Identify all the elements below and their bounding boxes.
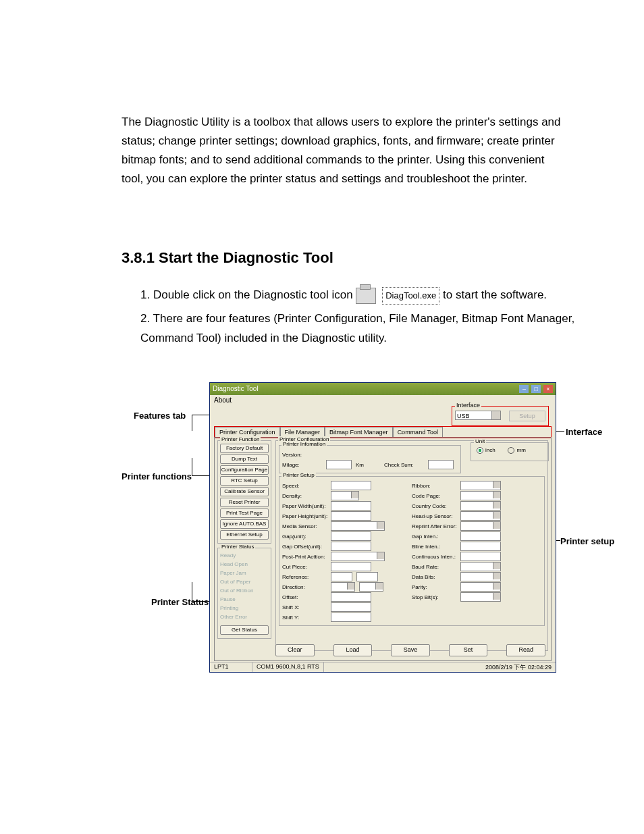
factory-default-button[interactable]: Factory Default xyxy=(220,444,269,453)
direction-select1[interactable] xyxy=(331,582,355,592)
diagram: Features tab Printer functions Printer S… xyxy=(122,382,621,679)
reprint-after-error-label: Reprint After Error: xyxy=(412,523,460,529)
baud-rate-select[interactable] xyxy=(460,562,501,571)
printer-information-group: Printer Infomation Version: Milage: Km C… xyxy=(279,445,461,473)
shift-x-field[interactable] xyxy=(331,602,371,612)
media-sensor-label: Media Sensor: xyxy=(282,523,331,529)
density-label: Density: xyxy=(282,493,331,499)
paper-width-field[interactable] xyxy=(331,501,371,511)
status-out-of-ribbon: Out of Ribbon xyxy=(220,586,269,595)
stop-bits-select[interactable] xyxy=(460,592,501,602)
interface-select[interactable]: USB xyxy=(455,411,501,420)
print-test-page-button[interactable]: Print Test Page xyxy=(220,509,269,518)
ignore-autobas-button[interactable]: Ignore AUTO.BAS xyxy=(220,519,269,529)
parity-label: Parity: xyxy=(412,584,460,590)
milage-label: Milage: xyxy=(282,462,326,468)
ethernet-setup-button[interactable]: Ethernet Setup xyxy=(220,530,269,540)
status-bar: LPT1 COM1 9600,N,8,1 RTS 2008/2/19 下午 02… xyxy=(210,662,556,672)
speed-label: Speed: xyxy=(282,483,331,489)
checksum-field[interactable] xyxy=(428,460,454,469)
printer-function-group: Printer Function Factory Default Dump Te… xyxy=(217,440,271,544)
printer-setup-group: Printer Setup Speed: Density: Paper Widt… xyxy=(279,476,545,626)
gap-offset-field[interactable] xyxy=(331,542,371,551)
bline-inten-field[interactable] xyxy=(460,542,501,551)
gap-offset-label: Gap Offset(unit): xyxy=(282,544,331,550)
density-select[interactable] xyxy=(331,491,359,500)
gap-field[interactable] xyxy=(331,531,371,541)
window-title: Diagnostic Tool xyxy=(213,385,259,392)
setup-left-column: Speed: Density: Paper Width(unit): Paper… xyxy=(282,481,412,623)
save-button[interactable]: Save xyxy=(391,644,430,656)
ribbon-label: Ribbon: xyxy=(412,483,460,489)
milage-field[interactable] xyxy=(326,460,352,469)
stop-bits-label: Stop Bit(s): xyxy=(412,594,460,600)
direction-select2[interactable] xyxy=(359,582,383,592)
tab-bitmap-font-manager[interactable]: Bitmap Font Manager xyxy=(325,427,393,438)
get-status-button[interactable]: Get Status xyxy=(220,625,269,635)
step-1: 1. Double click on the Diagnostic tool i… xyxy=(140,286,603,305)
interface-group: Interface USB Setup xyxy=(452,406,549,426)
country-code-select[interactable] xyxy=(460,501,501,511)
media-sensor-select[interactable] xyxy=(331,521,385,531)
read-button[interactable]: Read xyxy=(506,644,545,656)
paper-height-label: Paper Height(unit): xyxy=(282,513,331,519)
interface-setup-button[interactable]: Setup xyxy=(509,411,545,421)
status-out-of-paper: Out of Paper xyxy=(220,577,269,586)
callout-printer-status: Printer Status xyxy=(151,597,209,607)
reference-field2[interactable] xyxy=(356,572,378,581)
parity-select[interactable] xyxy=(460,582,501,592)
data-bits-label: Data Bits: xyxy=(412,574,460,580)
callout-printer-setup: Printer setup xyxy=(560,536,614,546)
tab-content: Printer Function Factory Default Dump Te… xyxy=(214,437,552,661)
status-other-error: Other Error xyxy=(220,613,269,621)
printer-information-legend: Printer Infomation xyxy=(281,441,327,447)
section-heading: 3.8.1 Start the Diagnostic Tool xyxy=(122,249,603,267)
continuous-inten-field[interactable] xyxy=(460,552,501,561)
status-printing: Printing xyxy=(220,604,269,613)
ribbon-select[interactable] xyxy=(460,481,501,490)
gap-label: Gap(unit): xyxy=(282,533,331,540)
data-bits-select[interactable] xyxy=(460,572,501,581)
reference-field1[interactable] xyxy=(331,572,352,581)
offset-label: Offset: xyxy=(282,594,331,600)
code-page-select[interactable] xyxy=(460,491,501,500)
printer-configuration-group: Printer Configuration Printer Infomation… xyxy=(275,440,548,651)
title-bar: Diagnostic Tool – □ × xyxy=(210,383,556,395)
unit-inch-radio[interactable]: inch xyxy=(477,447,495,454)
head-up-sensor-select[interactable] xyxy=(460,511,501,521)
rtc-setup-button[interactable]: RTC Setup xyxy=(220,476,269,486)
shift-y-field[interactable] xyxy=(331,613,371,622)
cut-piece-field[interactable] xyxy=(331,562,371,571)
paper-height-field[interactable] xyxy=(331,511,371,521)
shift-y-label: Shift Y: xyxy=(282,615,331,621)
load-button[interactable]: Load xyxy=(333,644,373,656)
interface-legend: Interface xyxy=(455,402,481,409)
dump-text-button[interactable]: Dump Text xyxy=(220,454,269,464)
clear-button[interactable]: Clear xyxy=(275,644,315,656)
offset-field[interactable] xyxy=(331,592,371,602)
minimize-button[interactable]: – xyxy=(519,385,529,393)
direction-label: Direction: xyxy=(282,584,331,590)
menu-about[interactable]: About xyxy=(214,396,232,404)
gap-inten-field[interactable] xyxy=(460,531,501,541)
steps-list: 1. Double click on the Diagnostic tool i… xyxy=(122,286,603,348)
printer-icon xyxy=(356,286,376,305)
printer-status-group: Printer Status Ready Head Open Paper Jam… xyxy=(217,548,271,639)
close-button[interactable]: × xyxy=(543,385,553,393)
speed-field[interactable] xyxy=(331,481,371,490)
set-button[interactable]: Set xyxy=(449,644,488,656)
setup-right-column: Ribbon: Code Page: Country Code: Head-up… xyxy=(412,481,541,623)
version-label: Version: xyxy=(282,452,331,458)
reset-printer-button[interactable]: Reset Printer xyxy=(220,498,269,507)
tab-command-tool[interactable]: Command Tool xyxy=(393,427,443,438)
reprint-after-error-select[interactable] xyxy=(460,521,501,531)
milage-unit: Km xyxy=(356,462,364,468)
reference-label: Reference: xyxy=(282,574,331,580)
post-print-action-select[interactable] xyxy=(331,552,385,561)
maximize-button[interactable]: □ xyxy=(531,385,541,393)
configuration-page-button[interactable]: Configuration Page xyxy=(220,465,269,475)
unit-mm-radio[interactable]: mm xyxy=(508,447,525,454)
calibrate-sensor-button[interactable]: Calibrate Sensor xyxy=(220,487,269,496)
bottom-button-row: Clear Load Save Set Read xyxy=(275,644,545,656)
printer-function-legend: Printer Function xyxy=(220,436,261,442)
